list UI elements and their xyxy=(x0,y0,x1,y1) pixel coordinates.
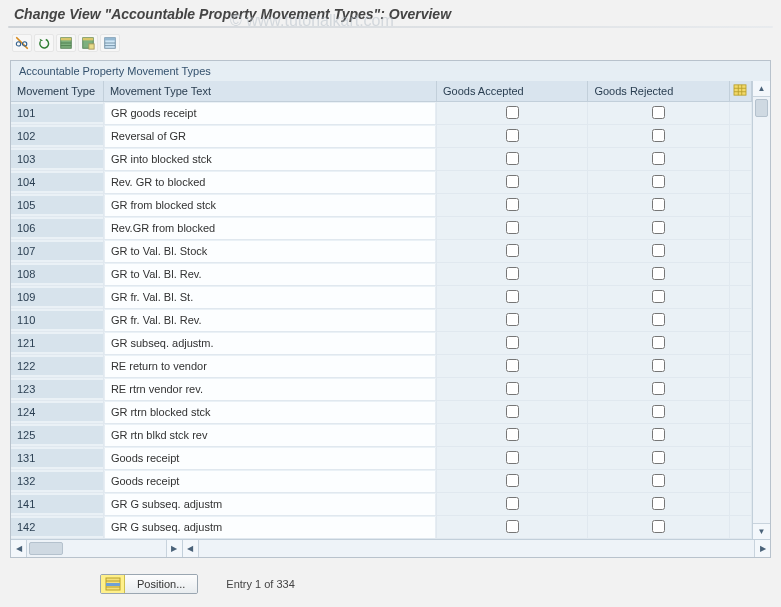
goods-rejected-checkbox[interactable] xyxy=(652,221,665,234)
copy-as-button[interactable] xyxy=(78,34,98,52)
new-entries-button[interactable] xyxy=(56,34,76,52)
position-button[interactable]: Position... xyxy=(100,574,198,594)
vertical-scrollbar[interactable]: ▲ ▼ xyxy=(752,81,770,539)
scroll-thumb[interactable] xyxy=(755,99,768,117)
goods-rejected-checkbox[interactable] xyxy=(652,451,665,464)
goods-rejected-checkbox[interactable] xyxy=(652,244,665,257)
movement-type-text-field[interactable] xyxy=(104,149,436,170)
movement-type-text-field[interactable] xyxy=(104,425,436,446)
movement-type-text-field[interactable] xyxy=(104,379,436,400)
goods-rejected-checkbox[interactable] xyxy=(652,405,665,418)
movement-type-cell[interactable]: 106 xyxy=(11,219,103,237)
goods-accepted-checkbox[interactable] xyxy=(506,129,519,142)
movement-type-text-field[interactable] xyxy=(104,103,436,124)
goods-accepted-checkbox[interactable] xyxy=(506,359,519,372)
movement-type-cell[interactable]: 102 xyxy=(11,127,103,145)
movement-type-cell[interactable]: 125 xyxy=(11,426,103,444)
movement-type-text-field[interactable] xyxy=(104,517,436,538)
movement-type-cell[interactable]: 103 xyxy=(11,150,103,168)
movement-type-text-field[interactable] xyxy=(104,494,436,515)
goods-accepted-checkbox[interactable] xyxy=(506,520,519,533)
movement-type-text-field[interactable] xyxy=(104,264,436,285)
goods-rejected-checkbox[interactable] xyxy=(652,336,665,349)
goods-rejected-checkbox[interactable] xyxy=(652,359,665,372)
movement-type-cell[interactable]: 108 xyxy=(11,265,103,283)
goods-accepted-checkbox[interactable] xyxy=(506,106,519,119)
goods-accepted-checkbox[interactable] xyxy=(506,290,519,303)
movement-type-text-field[interactable] xyxy=(104,402,436,423)
goods-accepted-checkbox[interactable] xyxy=(506,313,519,326)
goods-rejected-checkbox[interactable] xyxy=(652,474,665,487)
goods-accepted-checkbox[interactable] xyxy=(506,474,519,487)
goods-accepted-checkbox[interactable] xyxy=(506,451,519,464)
goods-rejected-checkbox[interactable] xyxy=(652,428,665,441)
goods-rejected-checkbox[interactable] xyxy=(652,497,665,510)
movement-type-cell[interactable]: 104 xyxy=(11,173,103,191)
goods-rejected-checkbox[interactable] xyxy=(652,313,665,326)
movement-type-cell[interactable]: 131 xyxy=(11,449,103,467)
goods-rejected-checkbox[interactable] xyxy=(652,382,665,395)
goods-accepted-checkbox[interactable] xyxy=(506,405,519,418)
col-header-configure[interactable] xyxy=(730,81,752,102)
movement-type-text-field[interactable] xyxy=(104,218,436,239)
goods-rejected-checkbox[interactable] xyxy=(652,152,665,165)
col-header-goods-accepted[interactable]: Goods Accepted xyxy=(437,81,588,102)
scroll-track[interactable] xyxy=(753,97,770,523)
undo-button[interactable] xyxy=(34,34,54,52)
movement-type-cell[interactable]: 109 xyxy=(11,288,103,306)
goods-accepted-checkbox[interactable] xyxy=(506,382,519,395)
goods-rejected-checkbox[interactable] xyxy=(652,290,665,303)
scroll-right-button-2[interactable]: ▶ xyxy=(754,540,770,557)
movement-type-cell[interactable]: 123 xyxy=(11,380,103,398)
movement-type-cell[interactable]: 141 xyxy=(11,495,103,513)
movement-type-cell[interactable]: 124 xyxy=(11,403,103,421)
scroll-down-button[interactable]: ▼ xyxy=(753,523,770,539)
goods-accepted-checkbox[interactable] xyxy=(506,244,519,257)
movement-type-cell[interactable]: 132 xyxy=(11,472,103,490)
movement-type-cell[interactable]: 142 xyxy=(11,518,103,536)
scroll-thumb-h[interactable] xyxy=(29,542,63,555)
goods-rejected-checkbox[interactable] xyxy=(652,198,665,211)
movement-type-text-field[interactable] xyxy=(104,241,436,262)
movement-type-text-field[interactable] xyxy=(104,356,436,377)
movement-type-text-field[interactable] xyxy=(104,126,436,147)
col-header-movement-type-text[interactable]: Movement Type Text xyxy=(104,81,437,102)
other-view-button[interactable] xyxy=(12,34,32,52)
goods-accepted-checkbox[interactable] xyxy=(506,152,519,165)
movement-type-cell[interactable]: 107 xyxy=(11,242,103,260)
scroll-right-button[interactable]: ▶ xyxy=(166,540,182,557)
col-header-goods-rejected[interactable]: Goods Rejected xyxy=(588,81,729,102)
goods-accepted-checkbox[interactable] xyxy=(506,497,519,510)
goods-rejected-checkbox[interactable] xyxy=(652,106,665,119)
movement-type-text-field[interactable] xyxy=(104,287,436,308)
goods-accepted-checkbox[interactable] xyxy=(506,198,519,211)
movement-type-text-field[interactable] xyxy=(104,471,436,492)
movement-type-text-field[interactable] xyxy=(104,448,436,469)
col-header-movement-type[interactable]: Movement Type xyxy=(11,81,104,102)
goods-accepted-checkbox[interactable] xyxy=(506,428,519,441)
goods-accepted-checkbox[interactable] xyxy=(506,175,519,188)
movement-type-cell[interactable]: 110 xyxy=(11,311,103,329)
movement-type-cell[interactable]: 101 xyxy=(11,104,103,122)
goods-rejected-checkbox[interactable] xyxy=(652,129,665,142)
movement-type-text-field[interactable] xyxy=(104,333,436,354)
movement-type-cell[interactable]: 105 xyxy=(11,196,103,214)
delete-button[interactable] xyxy=(100,34,120,52)
movement-type-text-field[interactable] xyxy=(104,310,436,331)
scroll-track-h-right[interactable] xyxy=(199,540,754,557)
goods-accepted-checkbox[interactable] xyxy=(506,267,519,280)
goods-rejected-checkbox[interactable] xyxy=(652,520,665,533)
movement-type-text-field[interactable] xyxy=(104,172,436,193)
scroll-track-h-left[interactable] xyxy=(27,540,166,557)
goods-rejected-checkbox[interactable] xyxy=(652,267,665,280)
goods-accepted-checkbox[interactable] xyxy=(506,336,519,349)
goods-rejected-checkbox[interactable] xyxy=(652,175,665,188)
scroll-left-button-2[interactable]: ◀ xyxy=(183,540,199,557)
movement-type-cell[interactable]: 122 xyxy=(11,357,103,375)
horizontal-scrollbar[interactable]: ◀ ▶ ◀ ▶ xyxy=(11,539,770,557)
movement-type-text-field[interactable] xyxy=(104,195,436,216)
movement-type-cell[interactable]: 121 xyxy=(11,334,103,352)
scroll-up-button[interactable]: ▲ xyxy=(753,81,770,97)
scroll-left-button[interactable]: ◀ xyxy=(11,540,27,557)
goods-accepted-checkbox[interactable] xyxy=(506,221,519,234)
